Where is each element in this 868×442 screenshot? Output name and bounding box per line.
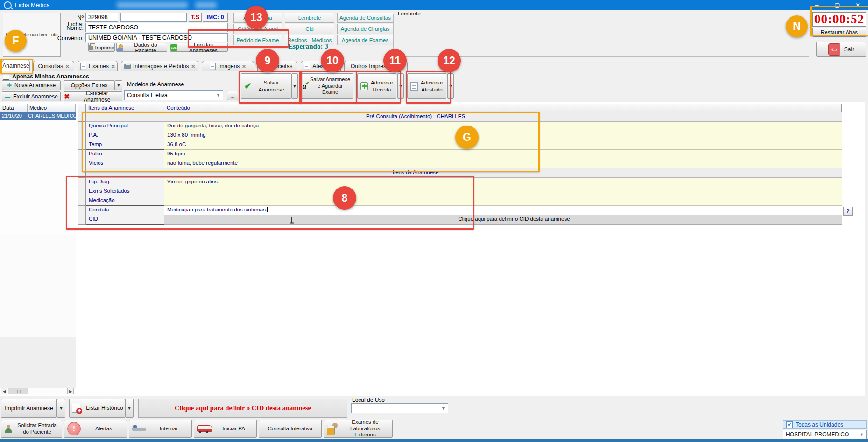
redacted-title-blur	[117, 2, 188, 8]
annotation-circle-10: 10	[321, 49, 344, 72]
imprimir-anamnese-dropdown[interactable]: ▼	[57, 399, 65, 418]
modelos-label: Modelos de Anamnese	[127, 81, 184, 88]
annotation-circle-11: 11	[383, 49, 407, 72]
imprimir-anamnese-button[interactable]: Imprimir Anamnese	[1, 399, 57, 418]
doc-icon	[304, 63, 310, 70]
status-button-internar[interactable]: Internar	[129, 420, 192, 438]
annotation-circle-G: G	[455, 126, 479, 149]
local-uso-combobox[interactable]: ▼	[351, 403, 448, 413]
tab-strip: AnamneseConsultas✕Exames✕Internações e P…	[2, 60, 702, 71]
quick-button-lembrete[interactable]: Lembrete	[285, 13, 334, 23]
annotation-box-timer	[810, 6, 868, 36]
tab-interna-es-e-pedidos[interactable]: Internações e Pedidos✕	[121, 61, 198, 71]
convenio-label: Convênio:	[56, 35, 84, 42]
annotation-box-anamnese-tab	[0, 59, 33, 74]
ficha-input[interactable]: 329098	[85, 13, 118, 22]
tab-imagens[interactable]: Imagens✕	[202, 61, 254, 71]
app-icon	[4, 1, 12, 9]
bottom-blue-strip	[0, 439, 868, 442]
checkbox-icon	[3, 73, 9, 80]
status-button-label: Exames de Laboratórios Externos	[341, 419, 389, 438]
redacted-title-blur	[195, 2, 217, 8]
new-icon: ✚	[7, 83, 12, 88]
remove-icon: ▬	[5, 94, 10, 99]
annotation-box-8	[66, 176, 474, 230]
tab-label: Consultas	[38, 63, 63, 70]
status-button-label: Consulta Interativa	[262, 426, 318, 432]
nova-anamnese-button[interactable]: ✚Nova Anamnese	[2, 80, 61, 90]
status-button-iniciar-pa[interactable]: Iniciar PA	[194, 420, 257, 438]
exit-icon: ⇦	[828, 43, 840, 56]
status-button-alertas[interactable]: !Alertas	[64, 420, 127, 438]
tab-label: Internações e Pedidos	[133, 63, 189, 70]
imc-badge[interactable]: IMC: 0	[203, 13, 228, 22]
patient-data-icon	[117, 44, 123, 51]
alert-icon: !	[67, 422, 81, 435]
annotation-box-13	[188, 29, 289, 48]
tab-consultas[interactable]: Consultas✕	[33, 61, 74, 71]
tab-exames[interactable]: Exames✕	[78, 61, 118, 71]
checked-checkbox-icon: ✔	[786, 421, 793, 428]
status-button-solicitar-entrada-do-paciente[interactable]: Solicitar Entrada do Paciente	[1, 420, 62, 438]
tab-close-icon[interactable]: ✕	[191, 64, 195, 69]
history-row[interactable]: 21/10/20CHARLLES MEDICO	[0, 112, 76, 120]
unidade-combobox[interactable]: HOSPITAL PROMEDICO▼	[783, 430, 867, 439]
window-title: Ficha Médica	[15, 2, 49, 8]
printer-icon	[124, 64, 131, 69]
ficha-secondary-input[interactable]	[120, 13, 187, 22]
doc-icon	[80, 63, 86, 70]
tab-label: Imagens	[218, 63, 240, 70]
quick-button-cid[interactable]: Cid	[285, 24, 334, 34]
apenas-minhas-label: Apenas Minhas Anamneses	[12, 73, 89, 80]
tab-close-icon[interactable]: ✕	[111, 64, 115, 69]
annotation-box-12	[406, 71, 451, 104]
ts-badge[interactable]: T.S	[189, 13, 202, 22]
opcoes-extras-dropdown[interactable]: ▼	[115, 80, 122, 90]
doc-icon	[210, 63, 216, 70]
tab-close-icon[interactable]: ✕	[242, 64, 246, 69]
ficha-medica-window: Ficha Médica – ▢ ✕ O Paciente não tem Fo…	[0, 0, 868, 442]
todas-unidades-checkbox[interactable]: ✔ Todas as Unidades	[783, 420, 867, 429]
hscroll-thumb[interactable]	[8, 388, 28, 394]
excluir-anamnese-button[interactable]: ▬Excluir Anamnese	[2, 91, 61, 101]
annotation-box-10	[299, 71, 357, 104]
apenas-minhas-checkbox[interactable]: Apenas Minhas Anamneses	[3, 73, 89, 80]
sair-button[interactable]: ⇦ Sair	[816, 42, 866, 57]
tab-close-icon[interactable]: ✕	[65, 64, 69, 69]
annotation-circle-F: F	[5, 30, 27, 52]
annotation-box-11	[356, 71, 401, 104]
history-col-medico[interactable]: Médico	[27, 104, 76, 112]
modelo-combobox[interactable]: Consulta Eletiva▼	[124, 90, 223, 100]
help-button[interactable]: ?	[843, 207, 853, 216]
hscroll-left-arrow[interactable]: ◀	[1, 388, 7, 394]
listar-historico-button[interactable]: ✚ Listar Histórico	[69, 399, 125, 418]
modelo-more-button[interactable]: ...	[227, 91, 238, 100]
annotation-circle-13: 13	[245, 6, 268, 29]
title-bar: Ficha Médica – ▢ ✕	[0, 0, 868, 10]
history-cell-medico: CHARLLES MEDICO	[27, 112, 76, 120]
tab-label: Exames	[89, 63, 109, 70]
status-button-label: Solicitar Entrada do Paciente	[15, 422, 59, 435]
listar-historico-dropdown[interactable]: ▼	[125, 399, 134, 418]
annotation-circle-8: 8	[333, 186, 356, 210]
hscroll-right-arrow[interactable]: ▶	[67, 388, 74, 394]
cancel-x-icon: ✖	[64, 93, 70, 100]
cid-placeholder-text[interactable]: Clique aqui para definir o CID desta ana…	[458, 216, 570, 222]
dados-do-paciente-button[interactable]: Dados do Paciente	[116, 43, 167, 52]
history-col-data[interactable]: Data	[0, 104, 27, 112]
status-button-exames-de-laborat-rios-externos[interactable]: Exames de Laboratórios Externos	[324, 420, 393, 438]
person-icon	[4, 424, 13, 434]
cancelar-anamnese-button[interactable]: ✖Cancelar Anamnese	[64, 91, 122, 101]
annotation-circle-9: 9	[256, 49, 279, 72]
quick-button-agenda-de-cirurgias[interactable]: Agenda de Cirurgias	[337, 24, 393, 34]
history-doc-icon: ✚	[71, 403, 82, 414]
annotation-circle-N: N	[786, 15, 808, 37]
imprimir-button[interactable]: Imprimir	[88, 43, 115, 52]
opcoes-extras-button[interactable]: Opções Extras	[64, 80, 115, 90]
log-icon: LOG	[170, 44, 177, 51]
quick-button-agenda-de-consultas[interactable]: Agenda de Consultas	[337, 13, 393, 23]
status-button-label: Internar	[149, 426, 189, 432]
lab-jar-icon	[327, 423, 338, 435]
status-button-consulta-interativa[interactable]: Consulta Interativa	[259, 420, 322, 438]
cid-define-bar[interactable]: Clique aqui para definir o CID desta ana…	[138, 399, 347, 418]
